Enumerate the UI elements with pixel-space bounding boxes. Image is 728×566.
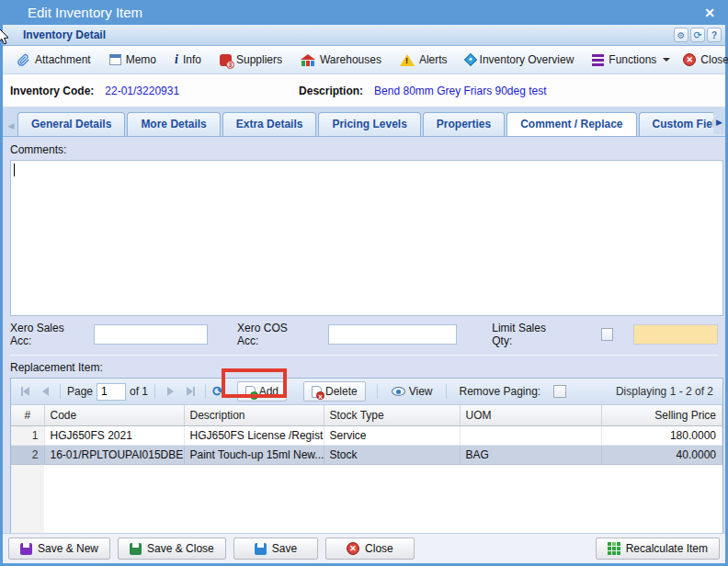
pager-separator [377,384,378,399]
cell-stock-type: Stock [324,445,460,464]
pager-separator [446,384,447,399]
last-page-icon[interactable] [182,383,199,400]
cell-description: HGJ650FS License /Regist... [184,425,324,445]
tab-custom-fields[interactable]: Custom Fields [639,112,725,136]
page-of-label: of 1 [130,385,148,398]
dialog-frame: Inventory Detail ⚙ ⟳ ? Attachment Memo i… [0,25,728,566]
save-label: Save [272,542,297,555]
tab-extra-details[interactable]: Extra Details [222,112,317,136]
recalculate-item-button[interactable]: Recalculate Item [596,538,720,560]
tab-scroll-right-icon[interactable]: ▶ [713,110,725,134]
pager-separator [154,384,155,399]
main-toolbar: Attachment Memo i Info 3 Suppliers [3,46,725,74]
inventory-code-value: 22-01/3220931 [105,85,179,97]
close-toolbar-label: Close [700,53,728,66]
alerts-button[interactable]: Alerts [393,51,454,69]
first-page-icon[interactable] [17,383,33,400]
save-new-button[interactable]: Save & New [8,538,110,560]
save-close-button[interactable]: Save & Close [118,538,226,560]
dialog-close-icon[interactable]: ✕ [700,6,719,20]
inventory-code-label: Inventory Code: [10,85,94,97]
panel-header: Inventory Detail ⚙ ⟳ ? [3,25,725,46]
recalculate-grid-icon [608,542,620,555]
xero-cos-acc-label: Xero COS Acc: [237,322,308,347]
cell-description: Paint Touch-up 15ml New... [184,445,324,464]
col-selling-price[interactable]: Selling Price [601,405,722,425]
add-label: Add [259,385,279,398]
inventory-overview-button[interactable]: Inventory Overview [460,51,581,69]
tab-pricing-levels[interactable]: Pricing Levels [318,112,420,136]
footer-bar: Save & New Save & Close Save ✕ Close Rec… [3,533,725,563]
delete-button[interactable]: x Delete [303,381,366,402]
save-button[interactable]: Save [233,538,318,560]
save-icon [255,543,267,555]
table-row[interactable]: 1 HGJ650FS 2021 HGJ650FS License /Regist… [11,425,722,445]
view-button[interactable]: View [384,383,440,400]
xero-fields-row: Xero Sales Acc: Xero COS Acc: Limit Sale… [10,323,718,345]
col-num[interactable]: # [11,405,44,425]
xero-sales-acc-input[interactable] [94,324,208,345]
comments-label: Comments: [10,141,718,160]
memo-button[interactable]: Memo [103,51,163,69]
help-icon[interactable]: ? [707,28,722,42]
replacement-items-table: # Code Description Stock Type UOM Sellin… [11,405,722,465]
remove-paging-checkbox[interactable] [553,385,566,398]
attachment-button[interactable]: Attachment [10,51,97,70]
tab-general-details[interactable]: General Details [17,112,125,136]
col-stock-type[interactable]: Stock Type [324,405,460,425]
delete-page-icon: x [312,386,322,398]
grid-refresh-icon[interactable]: ⟳ [212,383,224,400]
page-label: Page [67,385,93,398]
item-summary-row: Inventory Code: 22-01/3220931 Descriptio… [3,74,725,107]
warning-icon [400,54,415,66]
edit-inventory-item-dialog: Edit Inventory Item ✕ Inventory Detail ⚙… [0,0,728,566]
xero-cos-acc-input[interactable] [328,324,457,345]
grid-paging-toolbar: Page of 1 ⟳ + Add x [11,379,722,405]
table-row-selected[interactable]: 2 16-01/RPLTOUPAI015DBE Paint Touch-up 1… [11,445,722,464]
suppliers-label: Suppliers [236,53,282,66]
alerts-label: Alerts [419,53,448,66]
displaying-status: Displaying 1 - 2 of 2 [616,385,717,398]
limit-sales-qty-field [633,324,718,345]
page-number-input[interactable] [97,383,126,401]
pager-separator [60,384,61,399]
info-label: Info [183,53,201,66]
description-label: Description: [299,85,363,97]
replacement-item-grid: Page of 1 ⟳ + Add x [10,378,723,533]
tab-more-details[interactable]: More Details [127,112,220,136]
add-button[interactable]: + Add [237,381,287,402]
info-icon: i [175,52,178,67]
inventory-overview-label: Inventory Overview [480,53,574,66]
tab-comment-replace[interactable]: Comment / Replace [506,112,636,136]
col-code[interactable]: Code [44,405,184,425]
refresh-icon[interactable]: ⟳ [690,28,705,42]
save-new-label: Save & New [38,542,98,555]
delete-label: Delete [325,385,358,398]
table-header-row: # Code Description Stock Type UOM Sellin… [11,405,722,425]
replacement-item-section: Replacement Item: Page of 1 [10,355,718,533]
col-description[interactable]: Description [184,405,324,425]
row-number: 1 [11,425,44,445]
comments-textarea[interactable] [10,160,723,316]
next-page-icon[interactable] [162,383,178,400]
paperclip-icon [17,53,30,67]
functions-button[interactable]: Functions [586,51,677,69]
prev-page-icon[interactable] [37,383,53,400]
limit-sales-qty-checkbox[interactable] [601,328,613,341]
gear-icon[interactable]: ⚙ [674,28,688,42]
cell-uom: BAG [460,445,601,464]
tab-properties[interactable]: Properties [423,112,505,136]
close-red-icon: ✕ [347,542,359,555]
grid-empty-area [11,465,722,534]
warehouses-button[interactable]: Warehouses [294,51,388,69]
suppliers-button[interactable]: 3 Suppliers [213,51,289,69]
col-uom[interactable]: UOM [460,405,601,425]
tab-scroll-left-icon[interactable]: ◀ [5,116,17,136]
info-button[interactable]: i Info [168,50,208,70]
close-label: Close [365,542,393,555]
cell-selling-price: 180.0000 [601,425,722,445]
close-toolbar-button[interactable]: ✕ Close [677,51,728,69]
close-button[interactable]: ✕ Close [325,538,415,560]
cell-stock-type: Service [324,425,460,445]
panel-title: Inventory Detail [23,28,672,41]
